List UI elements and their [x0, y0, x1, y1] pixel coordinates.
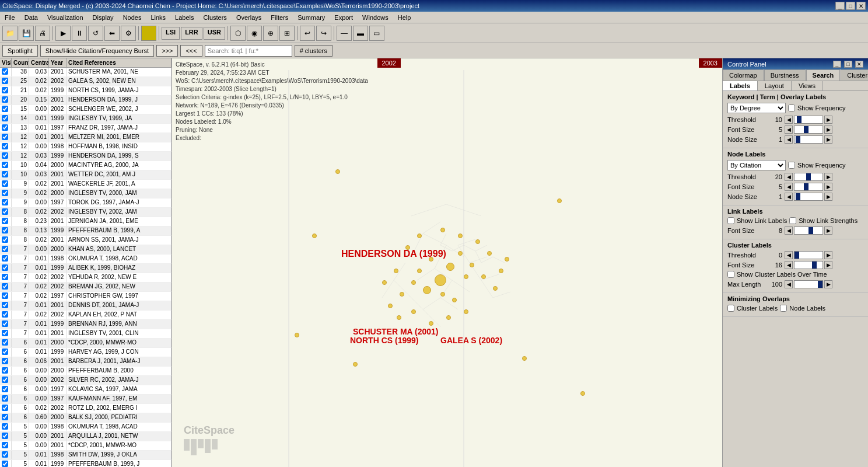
- table-row[interactable]: 9 0.02 2000 INGLESBY TV, 2000, JAM: [0, 189, 172, 198]
- td-visible[interactable]: [0, 404, 12, 413]
- node-by-select[interactable]: By Citation By Degree By Frequency: [727, 160, 786, 170]
- td-visible[interactable]: [0, 161, 12, 170]
- max-length-left-arrow[interactable]: ◀: [785, 280, 793, 288]
- threshold-right-arrow[interactable]: ▶: [824, 116, 832, 124]
- cluster-threshold-slider[interactable]: ◀ ▶: [785, 251, 832, 259]
- settings-button[interactable]: ⚙: [121, 26, 136, 41]
- node-iso3[interactable]: [295, 333, 299, 337]
- max-length-slider[interactable]: ◀ ▶: [785, 280, 832, 288]
- spotlight-button[interactable]: Spotlight: [2, 45, 38, 57]
- nodesize-left-arrow[interactable]: ◀: [785, 135, 793, 144]
- table-row[interactable]: 12 0.03 1999 HENDERSON DA, 1999, S: [0, 152, 172, 161]
- node-16[interactable]: [487, 251, 492, 256]
- cp-close-button[interactable]: ✕: [855, 61, 863, 68]
- table-row[interactable]: 10 0.04 2000 MACINTYRE AG, 2000, JA: [0, 161, 172, 170]
- td-visible[interactable]: [0, 385, 12, 394]
- td-visible[interactable]: [0, 152, 12, 161]
- node-iso7[interactable]: [580, 391, 585, 396]
- menu-display[interactable]: Display: [90, 14, 116, 21]
- td-visible[interactable]: [0, 292, 12, 301]
- sub-tab-views[interactable]: Views: [792, 81, 823, 90]
- node-15[interactable]: [475, 239, 480, 244]
- td-visible[interactable]: [0, 198, 12, 207]
- node-25[interactable]: [429, 321, 433, 326]
- table-row[interactable]: 8 0.02 2002 INGLESBY TV, 2002, JAM: [0, 208, 172, 217]
- show-link-strengths-check[interactable]: [789, 217, 796, 224]
- node-iso2[interactable]: [312, 234, 317, 238]
- td-visible[interactable]: [0, 124, 12, 133]
- link-fontsize-right-arrow[interactable]: ▶: [824, 226, 832, 235]
- td-visible[interactable]: [0, 451, 12, 459]
- table-row[interactable]: 6 0.00 2000 PFEFFERBAUM B, 2000: [0, 367, 172, 376]
- td-visible[interactable]: [0, 441, 12, 450]
- link-fontsize-left-arrow[interactable]: ◀: [785, 226, 793, 235]
- node-9[interactable]: [417, 269, 422, 273]
- table-row[interactable]: 20 0.15 2001 HENDERSON DA, 1999, J: [0, 96, 172, 105]
- usr-button[interactable]: USR: [204, 27, 225, 40]
- node-10[interactable]: [411, 280, 416, 285]
- td-visible[interactable]: [0, 273, 12, 282]
- td-visible[interactable]: [0, 96, 12, 104]
- node-12[interactable]: [417, 234, 422, 238]
- table-row[interactable]: 5 0.00 2001 ARQUILLA J, 2001, NETW: [0, 432, 172, 441]
- node-7[interactable]: [452, 298, 457, 302]
- network-button[interactable]: ⬡: [230, 26, 246, 41]
- save-button[interactable]: 💾: [19, 26, 34, 41]
- node-26[interactable]: [446, 315, 451, 320]
- dash3-button[interactable]: ▭: [369, 26, 384, 41]
- center-canvas[interactable]: CiteSpace, v. 6.2.R1 (64-bit) Basic Febr…: [172, 58, 722, 467]
- table-row[interactable]: 15 0.00 2002 SCHLENGER WE, 2002, J: [0, 105, 172, 114]
- table-row[interactable]: 13 0.01 1997 FRANZ DR, 1997, JAMA-J: [0, 124, 172, 133]
- td-visible[interactable]: [0, 301, 12, 310]
- menu-help[interactable]: Help: [396, 14, 414, 21]
- nav-back-button[interactable]: <<<: [180, 45, 202, 57]
- table-row[interactable]: 7 0.02 2002 KAPLAN EH, 2002, P NAT: [0, 311, 172, 320]
- td-visible[interactable]: [0, 376, 12, 385]
- td-visible[interactable]: [0, 170, 12, 179]
- network-area[interactable]: HENDERSON DA (1999) SCHUSTER MA (2001) N…: [172, 70, 722, 467]
- td-visible[interactable]: [0, 264, 12, 273]
- node-henderson[interactable]: [435, 274, 446, 286]
- cluster-fontsize-right-arrow[interactable]: ▶: [824, 261, 832, 269]
- node-24[interactable]: [411, 309, 416, 314]
- keyword-nodesize-slider[interactable]: ◀ ▶: [785, 135, 832, 144]
- td-visible[interactable]: [0, 180, 12, 189]
- table-row[interactable]: 7 0.00 2000 KHAN AS, 2000, LANCET: [0, 245, 172, 255]
- table-row[interactable]: 5 0.01 1998 SMITH DW, 1999, J OKLA: [0, 451, 172, 460]
- cluster-thresh-right-arrow[interactable]: ▶: [824, 251, 832, 259]
- node-23[interactable]: [397, 315, 401, 320]
- node-13[interactable]: [440, 228, 445, 232]
- node-nodesize-left-arrow[interactable]: ◀: [785, 193, 793, 201]
- show-link-labels-check[interactable]: [727, 217, 734, 224]
- close-button[interactable]: ✕: [856, 2, 866, 10]
- min-cluster-labels-check[interactable]: [727, 305, 734, 312]
- td-visible[interactable]: [0, 311, 12, 319]
- max-length-track[interactable]: [794, 280, 823, 288]
- table-row[interactable]: 10 0.03 2001 WETTER DC, 2001, AM J: [0, 170, 172, 180]
- table-row[interactable]: 5 0.00 2001 *CDCP, 2001, MMWR-MO: [0, 441, 172, 451]
- node-threshold-slider[interactable]: ◀ ▶: [785, 173, 832, 181]
- cluster-thresh-track[interactable]: [794, 251, 823, 259]
- table-row[interactable]: 6 0.60 2000 BALK SJ, 2000, PEDIATRI: [0, 413, 172, 423]
- node-fontsize-track[interactable]: [794, 183, 823, 191]
- table-row[interactable]: 6 0.01 1999 HARVEY AG, 1999, J CON: [0, 348, 172, 357]
- table-row[interactable]: 7 0.02 2002 YEHUDA R, 2002, NEW E: [0, 273, 172, 283]
- keyword-threshold-slider[interactable]: ◀ ▶: [785, 116, 832, 124]
- node-20[interactable]: [505, 257, 509, 262]
- node-28[interactable]: [382, 280, 387, 285]
- node-21[interactable]: [400, 292, 404, 297]
- fontsize-left-arrow[interactable]: ◀: [785, 126, 793, 134]
- td-visible[interactable]: [0, 432, 12, 441]
- table-row[interactable]: 7 0.02 2002 BREMAN JG, 2002, NEW: [0, 283, 172, 292]
- min-node-labels-check[interactable]: [780, 305, 787, 312]
- dash1-button[interactable]: —: [337, 26, 352, 41]
- table-row[interactable]: 7 0.01 1998 OKUMURA T, 1998, ACAD: [0, 255, 172, 264]
- threshold-track[interactable]: [794, 116, 823, 124]
- table-row[interactable]: 8 0.23 2001 JERNIGAN JA, 2001, EME: [0, 217, 172, 226]
- table-row[interactable]: 21 0.02 1999 NORTH CS, 1999, JAMA-J: [0, 86, 172, 96]
- lsi-button[interactable]: LSI: [162, 27, 180, 40]
- node-nodesize-slider[interactable]: ◀ ▶: [785, 193, 832, 201]
- td-visible[interactable]: [0, 68, 12, 76]
- table-row[interactable]: 9 0.02 2001 WAECKERLE JF, 2001, A: [0, 180, 172, 189]
- td-visible[interactable]: [0, 413, 12, 422]
